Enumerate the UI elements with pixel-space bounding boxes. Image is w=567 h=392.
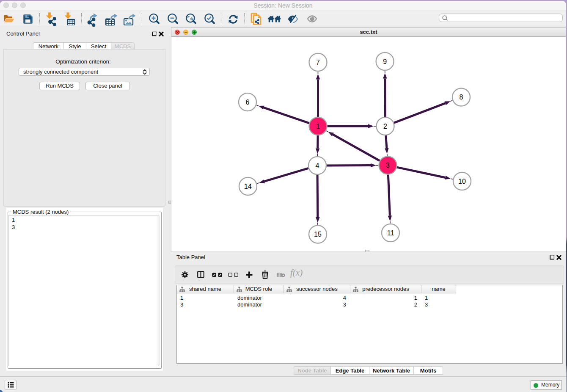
- svg-text:15: 15: [314, 231, 322, 238]
- svg-text:11: 11: [387, 229, 394, 237]
- svg-text:4: 4: [316, 162, 319, 169]
- svg-text:2: 2: [383, 123, 387, 130]
- svg-text:3: 3: [386, 162, 390, 169]
- svg-text:7: 7: [316, 59, 320, 66]
- svg-text:10: 10: [458, 178, 466, 185]
- svg-text:9: 9: [383, 58, 387, 65]
- svg-text:6: 6: [246, 99, 250, 106]
- svg-text:8: 8: [460, 94, 463, 101]
- svg-text:1: 1: [316, 123, 320, 130]
- svg-text:14: 14: [244, 183, 252, 190]
